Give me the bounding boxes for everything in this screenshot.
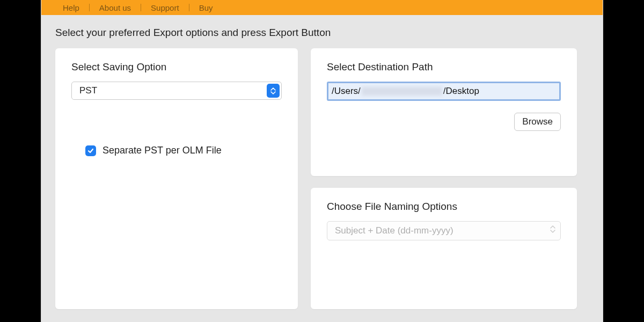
app-window: Help About us Support Buy Select your pr… — [41, 0, 603, 322]
menubar: Help About us Support Buy — [41, 0, 603, 15]
separate-pst-checkbox[interactable] — [85, 145, 96, 156]
menu-support[interactable]: Support — [141, 0, 189, 15]
saving-option-select-value: PST — [71, 82, 282, 100]
destination-path-suffix: /Desktop — [443, 86, 479, 97]
saving-option-title: Select Saving Option — [55, 48, 298, 82]
panels: Select Saving Option PST Separate PST pe — [41, 48, 603, 322]
destination-path-redacted — [362, 87, 442, 96]
destination-path-prefix: /Users/ — [332, 86, 361, 97]
saving-option-select[interactable]: PST — [71, 82, 282, 100]
separate-pst-row[interactable]: Separate PST per OLM File — [85, 145, 298, 156]
separate-pst-label: Separate PST per OLM File — [103, 145, 222, 156]
file-naming-select-value: Subject + Date (dd-mm-yyyy) — [327, 221, 561, 240]
browse-button[interactable]: Browse — [514, 113, 561, 131]
file-naming-select[interactable]: Subject + Date (dd-mm-yyyy) — [327, 221, 561, 240]
menu-buy[interactable]: Buy — [189, 0, 223, 15]
destination-path-card: Select Destination Path /Users/ /Desktop… — [311, 48, 577, 176]
destination-path-field[interactable]: /Users/ /Desktop — [327, 82, 561, 101]
select-stepper-icon — [550, 225, 555, 233]
menu-about-us[interactable]: About us — [90, 0, 141, 15]
file-naming-card: Choose File Naming Options Subject + Dat… — [311, 188, 577, 309]
menu-help[interactable]: Help — [53, 0, 89, 15]
instructions-text: Select your preferred Export options and… — [41, 15, 603, 48]
destination-path-title: Select Destination Path — [311, 48, 577, 82]
select-stepper-icon — [267, 84, 280, 98]
saving-option-card: Select Saving Option PST Separate PST pe — [55, 48, 298, 309]
file-naming-title: Choose File Naming Options — [311, 188, 577, 221]
checkmark-icon — [87, 147, 94, 155]
